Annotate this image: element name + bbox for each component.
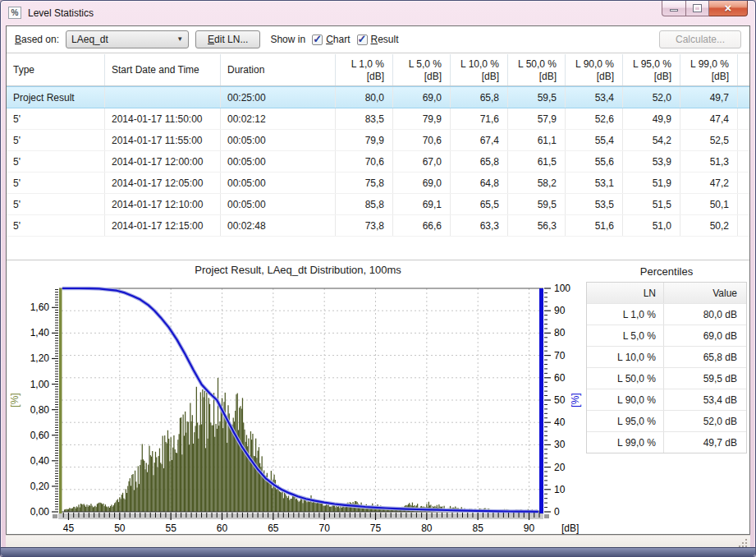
based-on-value: LAeq_dt <box>71 34 108 45</box>
table-cell: 47,2 <box>680 173 738 193</box>
column-header[interactable]: Type <box>7 54 105 85</box>
svg-text:75: 75 <box>370 522 382 534</box>
column-header[interactable]: Duration <box>221 54 336 85</box>
table-cell: 00:05:00 <box>221 151 336 172</box>
table-row[interactable]: Project Result00:25:0080,069,065,859,553… <box>7 86 749 108</box>
svg-text:55: 55 <box>165 522 176 534</box>
table-cell: 51,6 <box>566 215 623 236</box>
column-header[interactable]: L 1,0 %[dB] <box>336 54 393 85</box>
value-cell: 52,0 dB <box>664 416 745 427</box>
percentiles-table: LNValueL 1,0 %80,0 dBL 5,0 %69,0 dBL 10,… <box>586 282 747 453</box>
chart-checkbox-group: ✓ Chart <box>312 34 350 45</box>
table-cell: 50,2 <box>680 215 738 236</box>
window-title: Level Statistics <box>28 7 94 19</box>
percentiles-panel: Percentiles LNValueL 1,0 %80,0 dBL 5,0 %… <box>586 265 747 453</box>
table-row[interactable]: 5'2014-01-17 12:10:0000:05:0085,869,165,… <box>7 194 749 215</box>
svg-text:70: 70 <box>554 350 566 361</box>
table-cell: 2014-01-17 12:00:00 <box>105 151 221 172</box>
edit-ln-button[interactable]: Edit LN... <box>195 30 260 48</box>
svg-text:45: 45 <box>63 522 75 534</box>
table-cell: 5' <box>7 151 105 172</box>
svg-text:1,60: 1,60 <box>30 302 50 313</box>
table-cell <box>105 87 221 108</box>
titlebar[interactable]: % Level Statistics × <box>1 1 755 25</box>
percentiles-row: L 10,0 %65,8 dB <box>587 346 746 367</box>
show-in-label: Show in <box>270 34 305 45</box>
table-cell: 75,8 <box>336 173 393 193</box>
table-cell: 79,9 <box>336 130 393 150</box>
table-cell: 2014-01-17 12:10:00 <box>105 194 221 214</box>
table-cell: 52,5 <box>680 130 738 150</box>
value-cell: 49,7 dB <box>664 437 745 449</box>
check-icon: ✓ <box>313 33 322 45</box>
svg-text:20: 20 <box>554 462 566 473</box>
column-header[interactable]: L 10,0 %[dB] <box>451 54 508 85</box>
table-cell: 53,1 <box>566 173 623 193</box>
ln-cell: L 90,0 % <box>587 389 664 410</box>
table-cell: 53,9 <box>623 151 680 172</box>
table-row[interactable]: 5'2014-01-17 12:00:0000:05:0070,667,065,… <box>7 151 749 173</box>
table-cell: 65,5 <box>451 194 508 214</box>
svg-text:1,20: 1,20 <box>30 352 50 364</box>
table-cell: 63,3 <box>451 215 508 236</box>
svg-text:65: 65 <box>268 522 279 534</box>
svg-text:60: 60 <box>217 522 228 534</box>
table-cell: 70,6 <box>336 151 393 172</box>
table-cell: 5' <box>7 194 105 214</box>
svg-text:100: 100 <box>554 283 570 294</box>
svg-text:[%]: [%] <box>9 393 21 407</box>
edit-ln-label: Edit LN... <box>208 34 248 45</box>
maximize-button[interactable] <box>686 1 709 16</box>
svg-text:40: 40 <box>554 417 566 428</box>
based-on-combobox[interactable]: LAeq_dt ▼ <box>66 30 189 48</box>
column-header[interactable]: L 5,0 %[dB] <box>393 54 451 85</box>
minimize-button[interactable] <box>662 1 686 16</box>
results-table: TypeStart Date and TimeDurationL 1,0 %[d… <box>7 54 749 237</box>
maximize-icon <box>694 5 701 12</box>
table-cell: 2014-01-17 12:05:00 <box>105 173 221 193</box>
table-cell: 79,9 <box>393 108 451 129</box>
result-checkbox[interactable]: ✓ <box>357 35 368 45</box>
table-cell: 80,0 <box>336 87 393 108</box>
table-cell: 2014-01-17 11:50:00 <box>105 108 221 129</box>
table-cell: 56,3 <box>508 215 566 236</box>
table-cell: 65,8 <box>451 87 508 108</box>
ln-cell: L 50,0 % <box>587 368 664 389</box>
value-cell: 69,0 dB <box>664 330 745 342</box>
chart-panel: Project Result, LAeq_dt Distribution, 10… <box>7 260 749 535</box>
value-cell: 53,4 dB <box>664 394 745 406</box>
result-checkbox-label: Result <box>371 34 399 45</box>
table-cell: 50,1 <box>680 194 738 214</box>
column-header[interactable]: L 50,0 %[dB] <box>508 54 566 85</box>
close-icon: × <box>709 1 747 15</box>
percent-window-icon: % <box>8 7 21 19</box>
column-header[interactable]: L 99,0 %[dB] <box>680 54 738 85</box>
table-cell: 54,2 <box>623 130 680 150</box>
table-cell: 73,8 <box>336 215 393 236</box>
table-cell: 57,9 <box>508 108 566 129</box>
table-cell: 49,7 <box>680 87 738 108</box>
table-cell: 00:05:00 <box>221 194 336 214</box>
table-cell: 69,0 <box>393 87 451 108</box>
table-row[interactable]: 5'2014-01-17 12:15:0000:02:4873,866,663,… <box>7 215 749 237</box>
table-cell: 85,8 <box>336 194 393 214</box>
dialog-client-area: Based on: LAeq_dt ▼ Edit LN... Show in ✓… <box>6 25 750 535</box>
table-cell: 5' <box>7 173 105 193</box>
chart-checkbox[interactable]: ✓ <box>312 35 323 45</box>
table-row[interactable]: 5'2014-01-17 11:50:0000:02:1283,579,971,… <box>7 108 749 130</box>
column-header[interactable]: L 90,0 %[dB] <box>566 54 623 85</box>
based-on-label: Based on: <box>15 34 59 45</box>
svg-text:0: 0 <box>554 506 560 518</box>
chevron-down-icon: ▼ <box>176 35 183 43</box>
table-row[interactable]: 5'2014-01-17 11:55:0000:05:0079,970,667,… <box>7 130 749 151</box>
table-cell: 61,1 <box>508 130 566 150</box>
table-row[interactable]: 5'2014-01-17 12:05:0000:05:0075,869,064,… <box>7 173 749 194</box>
table-cell: 53,5 <box>566 194 623 214</box>
column-header[interactable]: L 95,0 %[dB] <box>623 54 680 85</box>
svg-text:1,40: 1,40 <box>30 327 50 338</box>
percentiles-row: L 5,0 %69,0 dB <box>587 325 746 346</box>
column-header[interactable]: Start Date and Time <box>105 54 221 85</box>
table-cell: 52,6 <box>566 108 623 129</box>
close-button[interactable]: × <box>709 1 748 16</box>
value-cell: 65,8 dB <box>664 352 745 363</box>
